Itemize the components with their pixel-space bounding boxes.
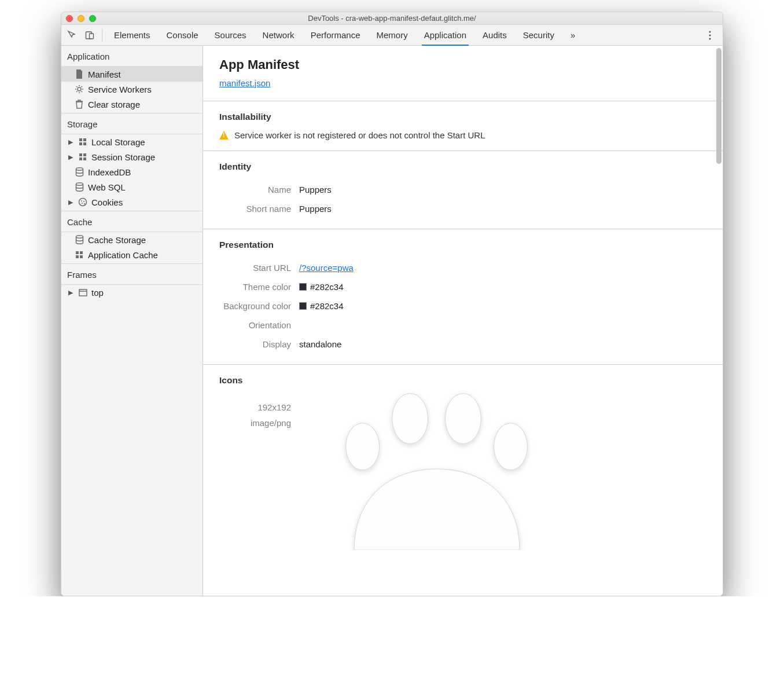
svg-line-12	[76, 91, 78, 93]
kv-short-name: Short name Puppers	[219, 199, 706, 218]
sidebar-item-label: IndexedDB	[88, 167, 131, 177]
svg-rect-1	[90, 34, 94, 39]
sidebar-item-application-cache[interactable]: Application Cache	[61, 247, 203, 262]
panel-body: Application Manifest Service Workers Cle…	[61, 46, 723, 596]
kv-start-url: Start URL /?source=pwa	[219, 258, 706, 277]
kv-orientation: Orientation	[219, 316, 706, 335]
kv-background-color: Background color #282c34	[219, 296, 706, 316]
zoom-window-button[interactable]	[89, 15, 96, 22]
sidebar-section-storage: Storage	[61, 113, 203, 134]
kv-label: Start URL	[219, 263, 299, 273]
kv-theme-color: Theme color #282c34	[219, 277, 706, 296]
sidebar-item-label: Cache Storage	[88, 235, 146, 245]
section-icons: Icons	[203, 364, 723, 386]
section-installability: Installability Service worker is not reg…	[203, 101, 723, 151]
start-url-link[interactable]: /?source=pwa	[299, 263, 354, 273]
warning-text: Service worker is not registered or does…	[234, 130, 485, 140]
sidebar-item-label: Service Workers	[88, 85, 152, 94]
svg-line-10	[76, 86, 78, 87]
sidebar-item-label: Web SQL	[88, 182, 126, 192]
tab-console[interactable]: Console	[159, 25, 207, 45]
kv-label: Display	[219, 339, 299, 349]
grid-icon	[78, 137, 88, 147]
svg-point-22	[76, 168, 83, 170]
sidebar-item-web-sql[interactable]: Web SQL	[61, 179, 203, 195]
kv-label: Background color	[219, 301, 299, 311]
grid-icon	[74, 250, 84, 260]
section-title: Icons	[219, 375, 706, 386]
svg-point-24	[79, 199, 87, 206]
svg-point-5	[78, 87, 81, 91]
chevron-right-icon: ▶	[67, 199, 74, 206]
svg-point-4	[709, 38, 711, 39]
installability-warning: Service worker is not registered or does…	[219, 130, 706, 140]
svg-rect-20	[79, 157, 82, 160]
kebab-menu-icon[interactable]	[700, 25, 720, 45]
svg-rect-19	[83, 153, 86, 156]
kv-value: standalone	[299, 339, 341, 349]
tab-elements[interactable]: Elements	[106, 25, 159, 45]
database-icon	[74, 167, 84, 177]
sidebar-item-session-storage[interactable]: ▶ Session Storage	[61, 149, 203, 164]
titlebar: DevTools - cra-web-app-manifest-defaut.g…	[61, 12, 723, 25]
tab-sources[interactable]: Sources	[207, 25, 255, 45]
icon-meta: 192x192 image/png	[219, 394, 299, 550]
svg-point-27	[82, 203, 83, 204]
kv-display: Display standalone	[219, 335, 706, 354]
sidebar-item-label: Manifest	[88, 69, 121, 79]
color-swatch	[299, 302, 307, 310]
tab-memory[interactable]: Memory	[369, 25, 416, 45]
chevron-right-icon: ▶	[67, 289, 74, 296]
page-heading: App Manifest	[203, 57, 723, 72]
svg-rect-30	[76, 251, 79, 254]
svg-point-28	[84, 203, 85, 204]
tab-performance[interactable]: Performance	[303, 25, 369, 45]
svg-point-25	[81, 200, 82, 201]
trash-icon	[74, 99, 84, 109]
svg-point-39	[494, 423, 528, 470]
chevron-right-icon: ▶	[67, 153, 74, 161]
svg-rect-15	[83, 138, 86, 141]
sidebar-item-label: Local Storage	[91, 137, 145, 147]
device-toolbar-icon[interactable]	[81, 25, 98, 45]
tabs-overflow[interactable]: »	[562, 25, 583, 45]
tab-audits[interactable]: Audits	[474, 25, 515, 45]
sidebar-item-clear-storage[interactable]: Clear storage	[61, 97, 203, 112]
sidebar-item-indexeddb[interactable]: IndexedDB	[61, 164, 203, 179]
svg-point-23	[76, 183, 83, 185]
close-window-button[interactable]	[66, 15, 73, 22]
svg-rect-18	[79, 153, 82, 156]
minimize-window-button[interactable]	[78, 15, 84, 22]
svg-rect-32	[76, 255, 79, 258]
sidebar-item-label: top	[91, 288, 104, 298]
kv-label: Short name	[219, 204, 299, 214]
inspect-element-icon[interactable]	[64, 25, 81, 45]
sidebar-section-frames: Frames	[61, 263, 203, 285]
traffic-lights	[66, 15, 96, 22]
manifest-file-link-row: manifest.json	[203, 72, 723, 101]
frame-icon	[78, 287, 88, 298]
sidebar-item-manifest[interactable]: Manifest	[61, 67, 203, 82]
tab-application[interactable]: Application	[416, 25, 474, 45]
svg-point-26	[83, 201, 84, 202]
sidebar-item-local-storage[interactable]: ▶ Local Storage	[61, 134, 203, 149]
devtools-tabbar: Elements Console Sources Network Perform…	[61, 25, 723, 46]
sidebar-item-cache-storage[interactable]: Cache Storage	[61, 232, 203, 247]
tab-security[interactable]: Security	[515, 25, 562, 45]
sidebar-item-service-workers[interactable]: Service Workers	[61, 82, 203, 97]
sidebar-item-top-frame[interactable]: ▶ top	[61, 285, 203, 300]
gear-icon	[74, 84, 84, 94]
tab-network[interactable]: Network	[255, 25, 303, 45]
svg-line-11	[82, 91, 83, 93]
sidebar-item-label: Application Cache	[88, 250, 158, 260]
kv-label: Orientation	[219, 320, 299, 330]
manifest-file-link[interactable]: manifest.json	[219, 78, 270, 88]
kv-value: #282c34	[310, 282, 344, 292]
window-title: DevTools - cra-web-app-manifest-defaut.g…	[61, 14, 723, 23]
paw-icon	[299, 388, 577, 550]
svg-point-37	[392, 394, 428, 444]
vertical-scrollbar[interactable]	[716, 48, 722, 164]
kv-value: Puppers	[299, 204, 332, 214]
sidebar-item-cookies[interactable]: ▶ Cookies	[61, 195, 203, 210]
color-swatch	[299, 283, 307, 291]
